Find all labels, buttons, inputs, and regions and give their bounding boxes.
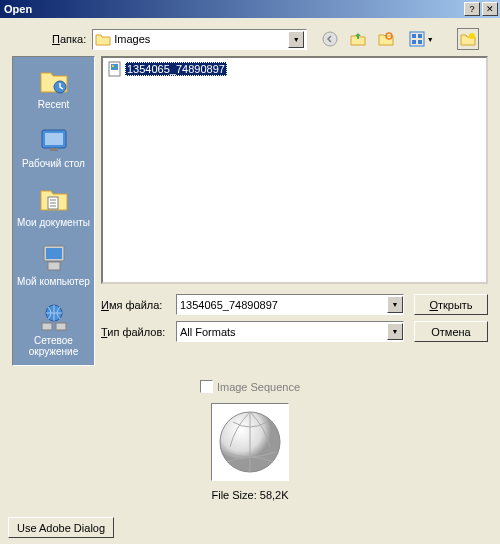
svg-rect-4: [418, 34, 422, 38]
svg-rect-14: [46, 248, 62, 259]
svg-point-7: [469, 33, 475, 39]
folder-name: Images: [114, 33, 288, 45]
new-folder-button[interactable]: [457, 28, 479, 50]
svg-rect-17: [42, 323, 52, 330]
folder-dropdown[interactable]: Images ▼: [92, 29, 307, 50]
window-title: Open: [2, 3, 462, 15]
back-icon: [322, 31, 338, 47]
svg-rect-18: [56, 323, 66, 330]
file-list[interactable]: 1354065_74890897: [101, 56, 488, 284]
image-sequence-label: Image Sequence: [217, 381, 300, 393]
sidebar-item-computer[interactable]: Мой компьютер: [15, 242, 92, 287]
preview-thumbnail: [211, 403, 289, 481]
up-button[interactable]: [347, 28, 369, 50]
svg-rect-6: [418, 40, 422, 44]
sidebar-item-recent[interactable]: Recent: [15, 65, 92, 110]
use-adobe-dialog-button[interactable]: Use Adobe Dialog: [8, 517, 114, 538]
recent-icon: [38, 65, 70, 97]
new-folder-icon: [460, 32, 476, 46]
cancel-button[interactable]: Отмена: [414, 321, 488, 342]
sidebar-item-desktop[interactable]: Рабочий стол: [15, 124, 92, 169]
help-button[interactable]: ?: [464, 2, 480, 16]
svg-rect-5: [412, 40, 416, 44]
views-button[interactable]: ▼: [403, 28, 439, 50]
filetype-label: Тип файлов:: [101, 326, 176, 338]
svg-rect-3: [412, 34, 416, 38]
dropdown-arrow-icon[interactable]: ▼: [387, 323, 403, 340]
computer-icon: [38, 242, 70, 274]
dropdown-arrow-icon: ▼: [288, 31, 304, 48]
file-size-text: File Size: 58,2K: [211, 489, 288, 501]
dropdown-arrow-icon[interactable]: ▼: [387, 296, 403, 313]
open-button[interactable]: Открыть: [414, 294, 488, 315]
filename-input[interactable]: ▼: [176, 294, 404, 315]
filename-label: Имя файла:: [101, 299, 176, 311]
image-sequence-checkbox[interactable]: [200, 380, 213, 393]
documents-icon: [38, 183, 70, 215]
svg-rect-10: [45, 133, 63, 145]
sidebar-item-network[interactable]: Сетевое окружение: [15, 301, 92, 357]
filetype-dropdown[interactable]: All Formats ▼: [176, 321, 404, 342]
folder-label: Папка:: [52, 33, 86, 45]
network-icon: [38, 301, 70, 333]
svg-rect-15: [48, 262, 60, 270]
file-item-name: 1354065_74890897: [125, 62, 227, 76]
views-icon: [409, 31, 425, 47]
svg-rect-11: [50, 148, 58, 151]
search-button[interactable]: [375, 28, 397, 50]
volleyball-preview-icon: [215, 407, 285, 477]
svg-point-0: [323, 32, 337, 46]
search-folder-icon: [378, 31, 394, 47]
places-sidebar: Recent Рабочий стол Мои документы Мой ко…: [12, 56, 95, 366]
svg-point-21: [112, 65, 114, 67]
back-button[interactable]: [319, 28, 341, 50]
image-file-icon: [107, 61, 123, 77]
titlebar: Open ? ✕: [0, 0, 500, 18]
sidebar-item-documents[interactable]: Мои документы: [15, 183, 92, 228]
close-button[interactable]: ✕: [482, 2, 498, 16]
folder-icon: [95, 32, 111, 46]
desktop-icon: [38, 124, 70, 156]
file-item[interactable]: 1354065_74890897: [105, 60, 229, 78]
up-folder-icon: [350, 31, 366, 47]
